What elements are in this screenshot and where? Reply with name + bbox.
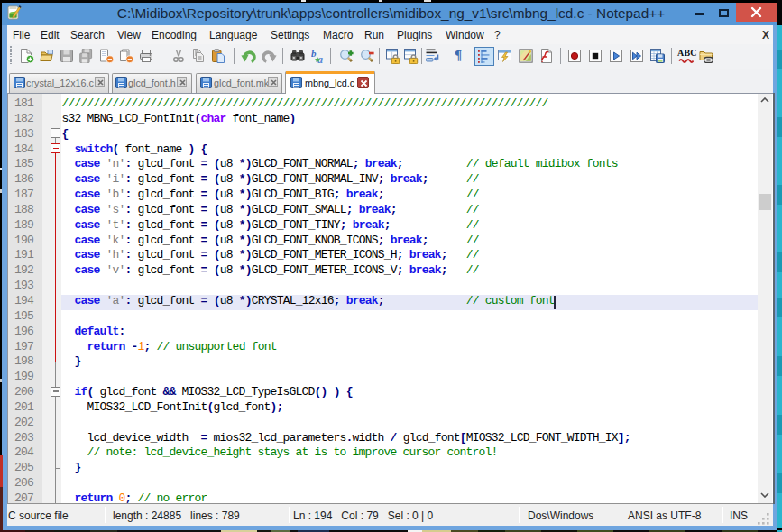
svg-text:b: b	[311, 49, 317, 59]
